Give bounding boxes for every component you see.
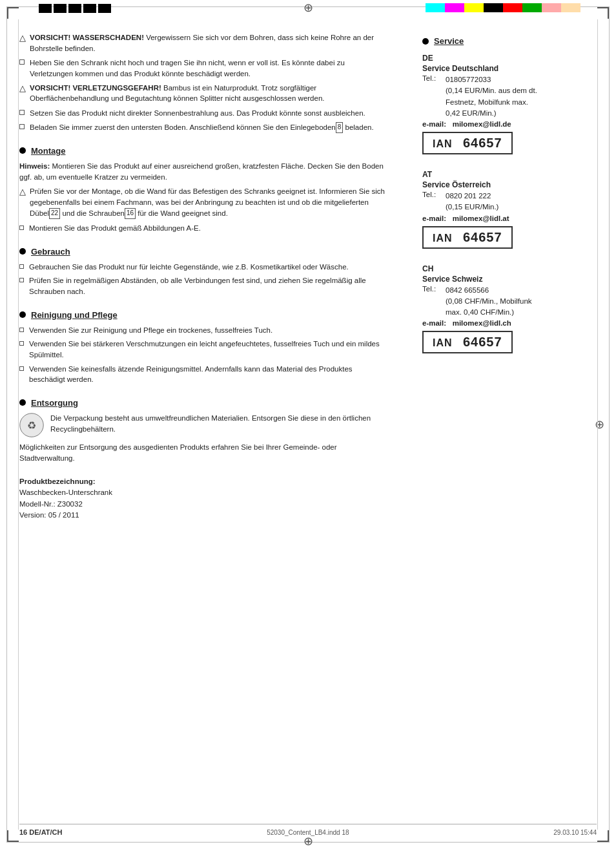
print-color-bars [426, 3, 580, 12]
reg-mark-bl [7, 830, 19, 842]
tel-note-de-2: Festnetz, Mobilfunk max. [446, 97, 537, 108]
warning-wasserschaden: △ VORSICHT! WASSERSCHADEN! Vergewissern … [19, 32, 390, 54]
svg-text:♻: ♻ [27, 420, 36, 431]
montage-triangle-item: △ Prüfen Sie vor der Montage, ob die Wan… [19, 186, 390, 219]
ian-number-de: 64657 [463, 136, 502, 150]
reinigung-text-1: Verwenden Sie zur Reinigung und Pflege e… [29, 325, 272, 336]
warning-text-1: VORSICHT! WASSERSCHADEN! Vergewissern Si… [30, 32, 390, 54]
left-column: △ VORSICHT! WASSERSCHADEN! Vergewissern … [19, 32, 396, 817]
tel-line-ch: Tel.: 0842 665566 (0,08 CHF/Min., Mobilf… [422, 285, 597, 319]
gebrauch-text-1: Gebrauchen Sie das Produkt nur für leich… [29, 262, 349, 273]
tel-details-at: 0820 201 222 (0,15 EUR/Min.) [446, 191, 498, 213]
ian-box-de: IAN 64657 [422, 132, 513, 154]
color-bar-green [522, 3, 542, 12]
color-bar-peach [561, 3, 580, 12]
service-name-de: Service Deutschland [422, 64, 597, 73]
bullet-circle-montage [19, 147, 26, 154]
warning-text-2: VORSICHT! VERLETZUNGSGEFAHR! Bambus ist … [30, 83, 390, 104]
email-line-ch: e-mail: milomex@lidl.ch [422, 319, 597, 327]
sq-bullet-1 [19, 59, 25, 65]
recycle-icon: ♻ [19, 413, 44, 437]
tel-note-at-1: (0,15 EUR/Min.) [446, 202, 498, 213]
margin-line-right [597, 19, 598, 830]
content-area: △ VORSICHT! WASSERSCHADEN! Vergewissern … [19, 32, 597, 817]
warning-triangle-icon-1: △ [19, 32, 26, 45]
service-title: Service [434, 36, 464, 46]
color-bar-pink [542, 3, 561, 12]
service-name-at: Service Österreich [422, 180, 597, 189]
warning-verletzung: △ VORSICHT! VERLETZUNGSGEFAHR! Bambus is… [19, 83, 390, 104]
section-reinigung-heading: Reinigung und Pflege [19, 310, 390, 320]
sm-sq-bullet-reinigung-3 [19, 366, 24, 371]
tel-label-at: Tel.: [422, 191, 442, 213]
sq-bullet-2 [19, 110, 25, 115]
tel-note-de-1: (0,14 EUR/Min. aus dem dt. [446, 85, 537, 96]
tel-number-de: 01805772033 [446, 74, 537, 85]
sm-sq-bullet-reinigung-1 [19, 328, 24, 332]
tel-details-ch: 0842 665566 (0,08 CHF/Min., Mobilfunk ma… [446, 285, 532, 319]
section-entsorgung-heading: Entsorgung [19, 398, 390, 408]
hinweis-text: Montieren Sie das Produkt auf einer ausr… [19, 162, 384, 181]
page-footer: 16 DE/AT/CH 52030_Content_LB4.indd 18 29… [19, 824, 597, 836]
service-heading: Service [422, 36, 597, 46]
tel-note-ch-2: max. 0,40 CHF/Min.) [446, 307, 532, 318]
tel-line-de: Tel.: 01805772033 (0,14 EUR/Min. aus dem… [422, 74, 597, 119]
bullet-circle-entsorgung [19, 399, 26, 406]
hinweis-label: Hinweis: [19, 162, 50, 170]
tel-details-de: 01805772033 (0,14 EUR/Min. aus dem dt. F… [446, 74, 537, 119]
email-label-ch: e-mail: [422, 319, 446, 327]
reg-mark-tl [7, 7, 19, 19]
color-bar-yellow [464, 3, 484, 12]
gebrauch-item-1: Gebrauchen Sie das Produkt nur für leich… [19, 262, 390, 273]
entsorgung-text-2: Möglichkeiten zur Entsorgung des ausgedi… [19, 442, 390, 463]
email-line-de: e-mail: milomex@lidl.de [422, 120, 597, 128]
sm-sq-bullet-gebrauch-1 [19, 264, 24, 269]
email-line-at: e-mail: milomex@lidl.at [422, 215, 597, 222]
ian-label-de: IAN [433, 138, 453, 149]
service-country-ch: CH Service Schweiz Tel.: 0842 665566 (0,… [422, 264, 597, 358]
warning-bold-1: VORSICHT! WASSERSCHADEN! [30, 34, 144, 41]
bullet-circle-gebrauch [19, 248, 26, 255]
margin-line-left [18, 19, 19, 830]
color-bar-red [503, 3, 522, 12]
ian-label-ch: IAN [433, 337, 453, 348]
product-label: Produktbezeichnung: [19, 476, 390, 487]
entsorgung-text-1: Die Verpackung besteht aus umweltfreundl… [19, 413, 390, 434]
right-column: Service DE Service Deutschland Tel.: 018… [416, 32, 597, 817]
bullet-circle-service [422, 38, 429, 45]
box-ref-8: 8 [336, 122, 344, 133]
footer-page-label: 16 DE/AT/CH [19, 828, 62, 836]
gebrauch-item-2: Prüfen Sie in regelmäßigen Abständen, ob… [19, 275, 390, 297]
bullet-text-1: Heben Sie den Schrank nicht hoch und tra… [30, 58, 390, 79]
black-sq-4 [83, 4, 96, 13]
country-code-de: DE [422, 54, 597, 63]
section-gebrauch-title: Gebrauch [31, 247, 70, 257]
sm-sq-bullet-reinigung-2 [19, 341, 24, 346]
email-ch: milomex@lidl.ch [453, 319, 511, 327]
reg-mark-br [597, 830, 609, 842]
bullet-text-3: Beladen Sie immer zuerst den untersten B… [30, 122, 374, 133]
reinigung-text-3: Verwenden Sie keinesfalls ätzende Reinig… [29, 364, 390, 385]
sq-bullet-3 [19, 124, 25, 129]
bullet-item-2: Setzen Sie das Produkt nicht direkter So… [19, 108, 390, 119]
reinigung-item-1: Verwenden Sie zur Reinigung und Pflege e… [19, 325, 390, 336]
country-code-ch: CH [422, 264, 597, 273]
bullet-item-3: Beladen Sie immer zuerst den untersten B… [19, 122, 390, 133]
reinigung-item-3: Verwenden Sie keinesfalls ätzende Reinig… [19, 364, 390, 385]
footer-date-info: 29.03.10 15:44 [553, 829, 597, 836]
crosshair-bottom: ⊕ [302, 835, 314, 848]
product-name: Waschbecken-Unterschrank [19, 487, 390, 498]
product-info: Produktbezeichnung: Waschbecken-Untersch… [19, 476, 390, 521]
tel-line-at: Tel.: 0820 201 222 (0,15 EUR/Min.) [422, 191, 597, 213]
black-sq-3 [68, 4, 81, 13]
color-bar-cyan [426, 3, 445, 12]
montage-warning-text: Prüfen Sie vor der Montage, ob die Wand … [30, 186, 390, 219]
ian-number-ch: 64657 [463, 335, 502, 349]
product-model: Modell-Nr.: Z30032 [19, 499, 390, 510]
section-gebrauch-heading: Gebrauch [19, 247, 390, 257]
reinigung-text-2: Verwenden Sie bei stärkeren Verschmutzun… [29, 339, 390, 360]
tel-number-at: 0820 201 222 [446, 191, 498, 202]
recycle-icon-container: ♻ [19, 413, 44, 439]
tel-number-ch: 0842 665566 [446, 285, 532, 296]
section-reinigung-title: Reinigung und Pflege [31, 310, 118, 320]
